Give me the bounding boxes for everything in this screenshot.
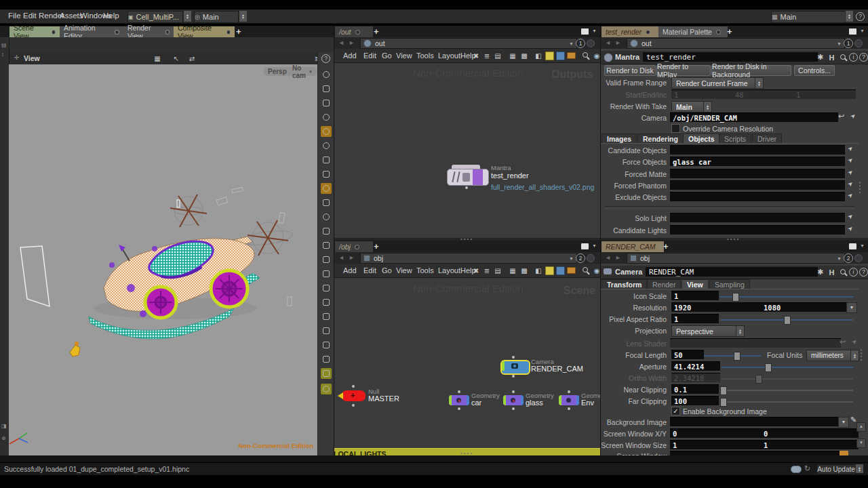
add-tab-button[interactable]: +	[727, 26, 732, 37]
select-geometry-icon[interactable]	[321, 83, 332, 94]
node-name-label[interactable]: test_render	[491, 171, 529, 180]
node-chooser-icon[interactable]: ➤	[844, 142, 856, 155]
node-chooser-icon[interactable]: ➤	[847, 110, 859, 122]
headlight-icon[interactable]	[321, 140, 332, 151]
node-output-file-label[interactable]: full_render_all_shaders_v02.png	[491, 183, 594, 191]
menu-edit[interactable]: Edit	[23, 12, 37, 20]
project-selector[interactable]: ▣ Cell_MultiP...	[127, 11, 183, 23]
tab-composite-view[interactable]: Composite View	[174, 26, 235, 37]
jump-to-operator-icon[interactable]: ↩	[838, 112, 844, 121]
transform-handles-icon[interactable]: ⇄	[187, 54, 197, 63]
info-icon[interactable]: i	[848, 267, 859, 277]
menu-help[interactable]: Help	[103, 12, 119, 20]
search-icon[interactable]	[838, 267, 848, 277]
pixel-aspect-field[interactable]: 1	[671, 314, 719, 323]
aperture-field[interactable]: 41.4214	[671, 361, 720, 371]
pane-menu-icon[interactable]: ▼	[860, 243, 865, 248]
node-name-field[interactable]: test_render	[643, 52, 818, 62]
pane-maximize-icon[interactable]	[849, 243, 856, 249]
null-node[interactable]: +	[342, 390, 366, 401]
pin-badge[interactable]	[587, 39, 595, 47]
link-badge[interactable]: 1	[844, 39, 853, 48]
focal-units-dropdown[interactable]: millimeters ▲▼	[806, 350, 859, 361]
tab-close-icon[interactable]	[716, 30, 721, 35]
node-render-flag[interactable]	[467, 395, 469, 405]
enable-background-image-checkbox[interactable]: ✓	[671, 407, 680, 415]
menu-view[interactable]: View	[396, 52, 412, 60]
tab-close-icon[interactable]	[115, 30, 119, 35]
pane-menu-icon[interactable]: ▼	[592, 243, 597, 248]
screen-window-size-y-field[interactable]: 1	[761, 440, 859, 449]
render-to-disk-background-button[interactable]: Render to Disk in Background	[711, 65, 791, 76]
gear-icon[interactable]: ✱	[815, 52, 825, 62]
forced-phantom-field[interactable]	[670, 180, 845, 190]
node-name-label[interactable]: glass	[526, 399, 543, 407]
forced-matte-field[interactable]	[670, 169, 845, 178]
node-chooser-icon[interactable]: ➤	[844, 154, 856, 166]
tab-render-cam[interactable]: RENDER_CAM	[601, 241, 664, 252]
near-clipping-field[interactable]: 0.1	[671, 384, 719, 394]
node-output-connector[interactable]	[568, 407, 570, 410]
screen-window-size-x-field[interactable]: 1	[670, 440, 762, 449]
grid-display-icon[interactable]: ▩	[519, 51, 529, 60]
camera-path-field[interactable]: obj ▼	[627, 253, 845, 264]
node-display-flag[interactable]	[503, 395, 506, 405]
tab-out-network[interactable]: /out	[335, 26, 373, 37]
menu-file[interactable]: File	[8, 12, 21, 20]
camera-node[interactable]	[500, 360, 530, 375]
node-display-flag[interactable]	[502, 361, 505, 371]
valid-frame-range-dropdown[interactable]: Render Current Frame ▲▼	[671, 77, 764, 89]
render-path-field[interactable]: out ▼	[627, 38, 845, 49]
pin-badge[interactable]	[854, 254, 863, 262]
screen-window-mask-field[interactable]	[670, 451, 841, 455]
right-desktop-selector[interactable]: ▦ Main	[771, 11, 846, 23]
node-name-field[interactable]: RENDER_CAM	[646, 267, 818, 277]
camera-menu[interactable]: No cam ▼	[288, 67, 317, 76]
add-tab-button[interactable]: +	[663, 241, 669, 251]
force-objects-field[interactable]: glass car	[670, 157, 845, 166]
aperture-slider[interactable]	[722, 367, 853, 368]
tab-close-icon[interactable]	[646, 30, 650, 35]
solo-light-field[interactable]	[670, 213, 845, 222]
sticky-note-icon[interactable]	[545, 51, 554, 60]
node-output-connector[interactable]	[352, 404, 355, 407]
obj-path-field[interactable]: obj ▼	[360, 253, 577, 264]
menu-view[interactable]: View	[396, 266, 412, 274]
tab-close-icon[interactable]	[660, 245, 661, 249]
out-network-canvas[interactable]: Non-Commercial Edition Outputs Mantra te…	[334, 63, 601, 238]
scroll-down-icon[interactable]: ▼	[856, 439, 866, 448]
pin-light-icon[interactable]	[321, 384, 332, 394]
help-icon[interactable]: ?	[856, 12, 865, 21]
out-path-field[interactable]: out ▼	[360, 38, 577, 49]
tab-render-view[interactable]: Render View	[123, 26, 174, 37]
folder-tab-rendering[interactable]: Rendering	[637, 134, 684, 144]
link-badge[interactable]: 2	[844, 253, 853, 263]
pane-link-icon[interactable]: ✛	[14, 54, 20, 61]
snap-check-icon[interactable]	[321, 226, 332, 237]
select-arrow-icon[interactable]: ↖	[172, 54, 181, 63]
geometry-node-glass[interactable]	[503, 395, 524, 405]
pane-menu-icon[interactable]: ▼	[592, 28, 597, 33]
project-spinner[interactable]: ▲▼	[183, 11, 191, 22]
point-number-icon[interactable]	[321, 254, 332, 265]
pin-badge[interactable]	[854, 39, 863, 47]
text-abc-icon[interactable]	[321, 354, 332, 365]
right-desktop-spinner[interactable]: ▲▼	[845, 11, 853, 22]
tab-obj-network[interactable]: /obj	[335, 241, 373, 252]
folder-tab-driver[interactable]: Driver	[752, 134, 782, 144]
mask-chooser-icon[interactable]	[840, 451, 848, 455]
tab-close-icon[interactable]	[226, 30, 231, 35]
netbox-icon[interactable]	[566, 266, 576, 275]
icon-scale-field[interactable]: 1	[671, 291, 719, 300]
node-input-connector[interactable]	[352, 385, 355, 388]
pane-maximize-icon[interactable]	[849, 28, 856, 35]
pixel-aspect-slider[interactable]	[720, 319, 853, 321]
auto-update-dropdown[interactable]: Auto Update	[816, 464, 856, 474]
vertex-markers-icon[interactable]	[321, 169, 332, 180]
override-camera-resolution-checkbox[interactable]	[671, 124, 680, 133]
node-chooser-icon[interactable]: ➤	[848, 336, 861, 348]
menu-edit[interactable]: Edit	[363, 266, 376, 274]
pane-maximize-icon[interactable]	[581, 28, 589, 35]
point-markers-icon[interactable]	[321, 155, 332, 165]
add-tab-button[interactable]: +	[374, 26, 379, 37]
